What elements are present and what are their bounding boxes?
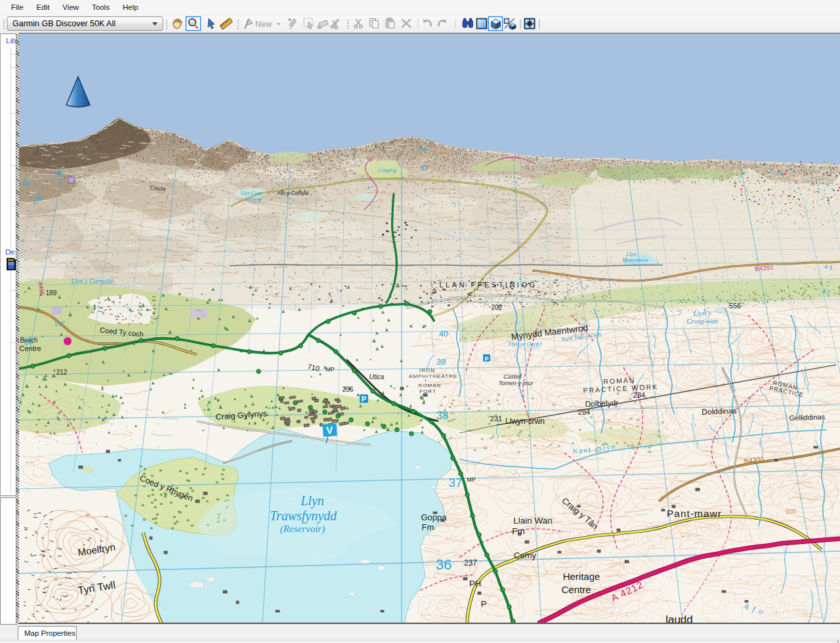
svg-text:Garmin GB Discover 50K All: Garmin GB Discover 50K All [12, 19, 116, 28]
svg-text:De: De [5, 248, 15, 256]
svg-text:New: New [255, 20, 272, 29]
